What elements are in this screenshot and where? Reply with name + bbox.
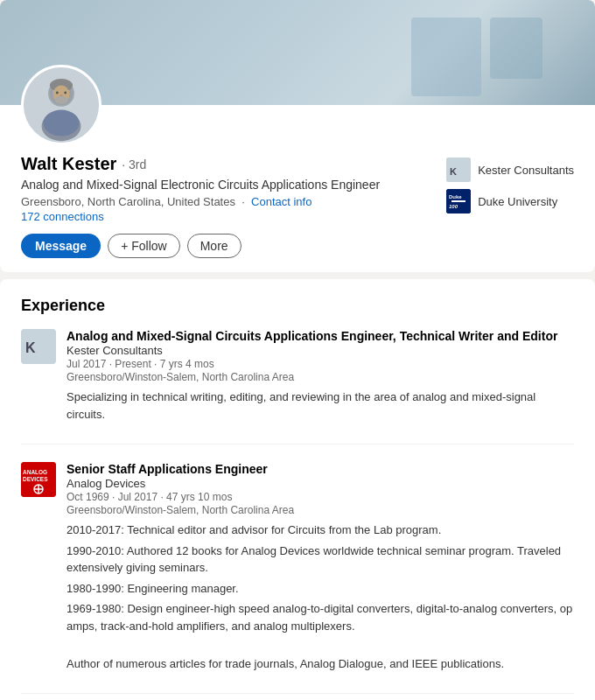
exp-content-adi: Senior Staff Applications Engineer Analo… (66, 462, 574, 676)
experience-item-adi: ANALOGDEVICES Senior Staff Applications … (21, 462, 574, 694)
experience-title: Experience (21, 297, 574, 315)
experience-section: Experience K Analog and Mixed-Signal Cir… (0, 279, 595, 700)
kester-company-name: Kester Consultants (478, 164, 574, 177)
exp-desc-kester: Specializing in technical writing, editi… (66, 388, 574, 423)
svg-text:K: K (25, 340, 36, 355)
exp-logo-kester: K (21, 329, 56, 364)
location-text: Greensboro, North Carolina, United State… (21, 195, 235, 208)
avatar (21, 65, 102, 145)
svg-text:Duke: Duke (449, 194, 462, 200)
svg-point-8 (56, 92, 59, 94)
kester-logo: K (446, 158, 471, 182)
svg-text:ANALOG: ANALOG (23, 469, 47, 475)
svg-text:DEVICES: DEVICES (23, 476, 48, 482)
svg-text:100: 100 (449, 204, 458, 209)
sidebar-companies: K Kester Consultants Duke100 Duke Univer… (446, 158, 574, 220)
profile-name: Walt Kester (21, 154, 116, 174)
company-kester[interactable]: K Kester Consultants (446, 158, 574, 182)
duke-company-name: Duke University (478, 195, 557, 208)
exp-desc-adi: 2010-2017: Technical editor and advisor … (66, 522, 574, 672)
exp-location-adi: Greensboro/Winston-Salem, North Carolina… (66, 504, 574, 516)
svg-point-6 (43, 110, 79, 136)
follow-button[interactable]: + Follow (108, 234, 180, 258)
exp-company-kester: Kester Consultants (66, 344, 574, 357)
company-duke[interactable]: Duke100 Duke University (446, 189, 574, 214)
connection-degree: · 3rd (122, 158, 146, 172)
exp-dates-kester: Jul 2017 · Present · 7 yrs 4 mos (66, 358, 574, 370)
more-button[interactable]: More (187, 234, 242, 258)
actions-row: Message + Follow More (21, 234, 574, 258)
exp-company-adi: Analog Devices (66, 477, 574, 490)
message-button[interactable]: Message (21, 234, 101, 258)
experience-item-kester: K Analog and Mixed-Signal Circuits Appli… (21, 329, 574, 444)
duke-logo: Duke100 (446, 189, 471, 214)
exp-title-adi: Senior Staff Applications Engineer (66, 462, 574, 476)
exp-dates-adi: Oct 1969 · Jul 2017 · 47 yrs 10 mos (66, 491, 574, 503)
contact-info-link[interactable]: Contact info (251, 195, 312, 208)
svg-rect-16 (452, 200, 466, 202)
svg-point-9 (64, 92, 66, 94)
svg-point-11 (55, 96, 68, 104)
svg-text:K: K (450, 166, 457, 177)
exp-content-kester: Analog and Mixed-Signal Circuits Applica… (66, 329, 574, 426)
exp-logo-adi: ANALOGDEVICES (21, 462, 56, 497)
exp-title-kester: Analog and Mixed-Signal Circuits Applica… (66, 329, 574, 343)
exp-location-kester: Greensboro/Winston-Salem, North Carolina… (66, 371, 574, 383)
